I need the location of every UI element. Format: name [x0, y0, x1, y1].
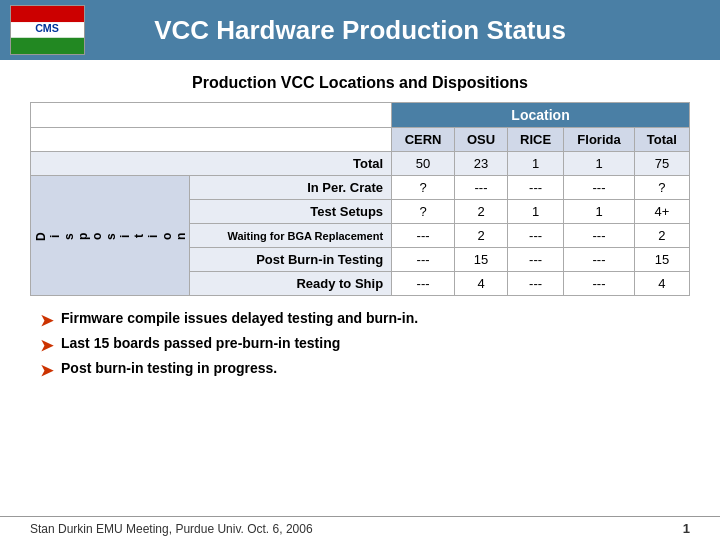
total-osu: 23	[455, 152, 508, 176]
disposition-label: Disposition	[31, 176, 190, 296]
location-header: Location	[392, 103, 690, 128]
logo: CMS	[10, 5, 85, 55]
main-content: Production VCC Locations and Disposition…	[0, 60, 720, 395]
row-2-cern: ---	[392, 224, 455, 248]
col-rice: RICE	[507, 128, 563, 152]
row-2-osu: 2	[455, 224, 508, 248]
row-label-3: Post Burn-in Testing	[190, 248, 392, 272]
note-text-2: Post burn-in testing in progress.	[61, 360, 277, 376]
total-total: 75	[634, 152, 689, 176]
row-4-osu: 4	[455, 272, 508, 296]
row-3-osu: 15	[455, 248, 508, 272]
total-cern: 50	[392, 152, 455, 176]
bullet-arrow-1: ➤	[40, 336, 53, 355]
row-label-4: Ready to Ship	[190, 272, 392, 296]
row-4-florida: ---	[564, 272, 635, 296]
row-label-1: Test Setups	[190, 200, 392, 224]
svg-text:CMS: CMS	[35, 22, 59, 34]
col-florida: Florida	[564, 128, 635, 152]
row-3-rice: ---	[507, 248, 563, 272]
col-cern: CERN	[392, 128, 455, 152]
row-label-0: In Per. Crate	[190, 176, 392, 200]
note-item-1: ➤ Last 15 boards passed pre-burn-in test…	[40, 335, 690, 355]
row-2-florida: ---	[564, 224, 635, 248]
row-3-florida: ---	[564, 248, 635, 272]
footer-right: 1	[683, 521, 690, 536]
total-rice: 1	[507, 152, 563, 176]
row-0-osu: ---	[455, 176, 508, 200]
production-table: Location CERN OSU RICE Florida Total Tot…	[30, 102, 690, 296]
row-1-total: 4+	[634, 200, 689, 224]
row-0-total: ?	[634, 176, 689, 200]
row-4-rice: ---	[507, 272, 563, 296]
row-3-cern: ---	[392, 248, 455, 272]
col-osu: OSU	[455, 128, 508, 152]
footer-left: Stan Durkin EMU Meeting, Purdue Univ. Oc…	[30, 522, 313, 536]
row-0-cern: ?	[392, 176, 455, 200]
row-1-cern: ?	[392, 200, 455, 224]
page-title: VCC Hardware Production Status	[154, 15, 566, 46]
section-subtitle: Production VCC Locations and Disposition…	[30, 74, 690, 92]
row-2-rice: ---	[507, 224, 563, 248]
bullet-arrow-0: ➤	[40, 311, 53, 330]
note-item-0: ➤ Firmware compile issues delayed testin…	[40, 310, 690, 330]
svg-rect-2	[11, 38, 84, 55]
row-3-total: 15	[634, 248, 689, 272]
footer: Stan Durkin EMU Meeting, Purdue Univ. Oc…	[0, 516, 720, 540]
note-text-1: Last 15 boards passed pre-burn-in testin…	[61, 335, 340, 351]
total-row: Total 50 23 1 1 75	[31, 152, 690, 176]
header: CMS VCC Hardware Production Status	[0, 0, 720, 60]
col-total: Total	[634, 128, 689, 152]
notes-section: ➤ Firmware compile issues delayed testin…	[30, 310, 690, 380]
row-0-florida: ---	[564, 176, 635, 200]
bullet-arrow-2: ➤	[40, 361, 53, 380]
row-1-rice: 1	[507, 200, 563, 224]
row-1-osu: 2	[455, 200, 508, 224]
row-2-total: 2	[634, 224, 689, 248]
total-label: Total	[31, 152, 392, 176]
row-0-rice: ---	[507, 176, 563, 200]
row-4-cern: ---	[392, 272, 455, 296]
row-1-florida: 1	[564, 200, 635, 224]
svg-rect-0	[11, 6, 84, 23]
note-item-2: ➤ Post burn-in testing in progress.	[40, 360, 690, 380]
total-florida: 1	[564, 152, 635, 176]
note-text-0: Firmware compile issues delayed testing …	[61, 310, 418, 326]
table-row: Disposition In Per. Crate ? --- --- --- …	[31, 176, 690, 200]
row-4-total: 4	[634, 272, 689, 296]
row-label-2: Waiting for BGA Replacement	[190, 224, 392, 248]
